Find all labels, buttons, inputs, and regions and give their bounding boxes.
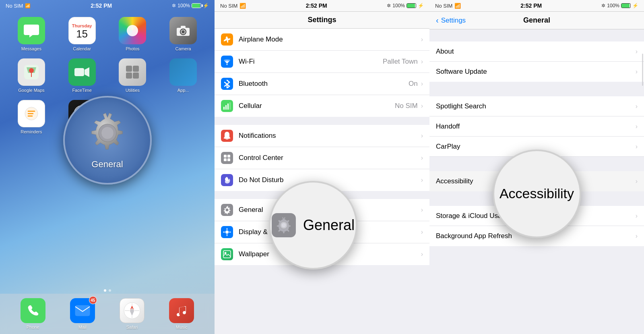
music-label: Music (176, 325, 188, 330)
reminders-icon (18, 100, 45, 127)
phone-icon (21, 298, 45, 323)
back-button[interactable]: ‹ Settings (436, 16, 466, 25)
status-bar-general: No SIM 📶 2:52 PM ✲ 100% ⚡ (429, 0, 644, 12)
settings-nav-bar: Settings (215, 12, 429, 29)
notifications-chevron: › (421, 132, 423, 139)
settings-list: Airplane Mode › Wi-Fi Pallet Town › Blue… (215, 29, 429, 334)
settings-panel: No SIM 📶 2:52 PM ✲ 100% ⚡ Settings Airpl… (215, 0, 429, 334)
battery-percent: 100% (178, 3, 190, 8)
app-facetime[interactable]: FaceTime (59, 58, 105, 93)
dot-2 (109, 289, 111, 292)
photos-icon (119, 17, 146, 44)
app-google-maps[interactable]: Google Maps (8, 58, 55, 93)
general-zoom-circle[interactable]: General (269, 181, 357, 270)
settings-charging-icon: ⚡ (418, 3, 424, 8)
camera-label: Camera (175, 46, 191, 51)
spotlight-group: Spotlight Search › Handoff › CarPlay › (429, 96, 644, 157)
general-row-about[interactable]: About › (429, 41, 644, 62)
maps-icon (18, 58, 45, 86)
charging-icon: ⚡ (203, 3, 209, 8)
bluetooth-label: Bluetooth (239, 80, 409, 88)
maps-label: Google Maps (18, 88, 44, 93)
status-bar-home: No SIM 📶 2:52 PM ✲ 100% ⚡ (0, 0, 215, 11)
wifi-label: Wi-Fi (239, 58, 383, 66)
settings-title: Settings (308, 16, 336, 24)
settings-wifi-icon: 📶 (239, 3, 246, 9)
dot-1 (104, 289, 106, 292)
dock-safari[interactable]: Safari (120, 298, 144, 330)
signal-icon: 📶 (25, 3, 31, 8)
svg-rect-8 (126, 66, 132, 72)
bluetooth-chevron: › (421, 80, 423, 87)
handoff-label: Handoff (436, 122, 636, 131)
general-row-handoff[interactable]: Handoff › (429, 116, 644, 137)
calendar-label: Calendar (73, 46, 91, 51)
cellular-chevron: › (421, 102, 423, 110)
settings-battery-icon (407, 3, 416, 8)
reminders-label: Reminders (21, 129, 42, 134)
general-bt-icon: ✲ (601, 3, 605, 8)
settings-row-cellular[interactable]: Cellular No SIM › (215, 95, 429, 117)
software-update-chevron: › (636, 68, 638, 75)
utilities-label: Utilities (126, 88, 140, 93)
notifications-label: Notifications (239, 132, 421, 140)
svg-marker-7 (85, 67, 89, 77)
carplay-chevron: › (636, 143, 638, 150)
top-spacer (429, 29, 644, 41)
dock-mail[interactable]: 45 Mail (70, 298, 95, 330)
dock-phone[interactable]: Phone (21, 298, 45, 330)
svg-rect-49 (227, 158, 230, 161)
wifi-value: Pallet Town (383, 58, 418, 66)
settings-zoom-label: General (91, 159, 123, 170)
airplane-chevron: › (421, 36, 423, 43)
wifi-row-icon (221, 56, 233, 68)
app-placeholder1[interactable]: App... (160, 58, 206, 93)
app-messages[interactable]: Messages (8, 17, 55, 51)
facetime-label: FaceTime (72, 88, 92, 93)
settings-row-control-center[interactable]: Control Center › (215, 147, 429, 169)
settings-gear-icon (85, 111, 130, 155)
display-icon (221, 226, 233, 238)
carrier-label: No SIM (6, 3, 23, 9)
app-camera[interactable]: Camera (160, 17, 206, 51)
wifi-chevron: › (421, 58, 423, 65)
wallpaper-icon (221, 248, 233, 260)
general-charging-icon: ⚡ (632, 3, 638, 8)
general-carrier: No SIM (435, 3, 452, 9)
bt-row-icon (221, 78, 233, 90)
software-update-label: Software Update (436, 68, 636, 76)
safari-icon (120, 298, 144, 323)
app-photos[interactable]: Photos (109, 17, 156, 51)
svg-point-5 (29, 68, 34, 73)
svg-rect-35 (75, 305, 90, 316)
general-row-software-update[interactable]: Software Update › (429, 62, 644, 82)
about-label: About (436, 48, 636, 56)
settings-zoom-circle[interactable]: General (63, 96, 152, 185)
dock-music[interactable]: Music (169, 298, 194, 330)
svg-rect-44 (227, 104, 229, 110)
storage-chevron: › (636, 212, 638, 220)
general-gap-1 (429, 82, 644, 96)
svg-rect-42 (223, 107, 225, 110)
safari-label: Safari (126, 325, 138, 330)
back-chevron-icon: ‹ (436, 16, 439, 25)
settings-row-notifications[interactable]: Notifications › (215, 125, 429, 147)
bluetooth-icon: ✲ (172, 3, 176, 8)
status-bar-settings: No SIM 📶 2:52 PM ✲ 100% ⚡ (215, 0, 429, 12)
app-utilities[interactable]: Utilities (109, 58, 156, 93)
mail-badge: 45 (89, 296, 97, 304)
general-row-spotlight[interactable]: Spotlight Search › (429, 96, 644, 116)
phone-label: Phone (27, 325, 39, 330)
back-label: Settings (441, 17, 466, 25)
settings-row-wifi[interactable]: Wi-Fi Pallet Town › (215, 51, 429, 73)
svg-rect-10 (126, 73, 132, 79)
page-dots (104, 289, 111, 292)
svg-rect-47 (227, 155, 230, 158)
settings-row-airplane[interactable]: Airplane Mode › (215, 29, 429, 51)
app-reminders[interactable]: Reminders (8, 100, 55, 134)
general-row-icon (221, 204, 233, 216)
accessibility-zoom-circle[interactable]: Accessibility (493, 149, 581, 238)
app-calendar[interactable]: Thursday 15 Calendar (59, 17, 105, 51)
cellular-label: Cellular (239, 102, 395, 110)
settings-row-bluetooth[interactable]: Bluetooth On › (215, 73, 429, 95)
